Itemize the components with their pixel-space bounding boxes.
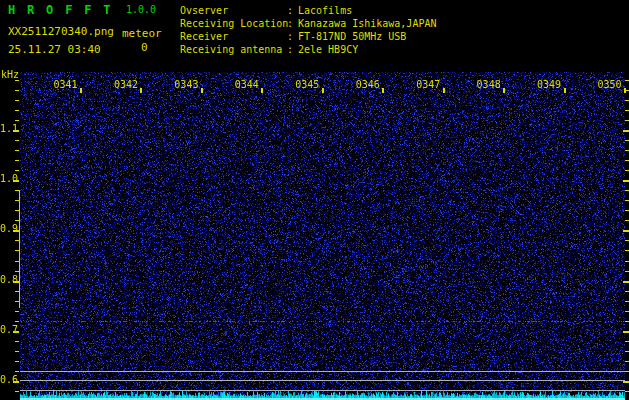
time-axis-label: 0348 bbox=[477, 79, 501, 90]
freq-axis-label: 1.0 bbox=[0, 173, 13, 184]
axis-tick bbox=[625, 120, 629, 121]
axis-tick bbox=[625, 220, 629, 221]
info-row-antenna: Receiving antenna : 2ele HB9CY bbox=[180, 43, 436, 56]
axis-tick bbox=[15, 341, 19, 342]
info-label: Receiver bbox=[180, 31, 287, 42]
info-row-receiver: Receiver : FT-817ND 50MHz USB bbox=[180, 30, 436, 43]
axis-tick bbox=[625, 371, 629, 372]
axis-tick bbox=[15, 351, 19, 352]
info-value: 2ele HB9CY bbox=[298, 44, 358, 55]
axis-tick bbox=[625, 200, 629, 201]
count-range-marker bbox=[19, 190, 20, 308]
freq-axis-label: 0.6 bbox=[0, 374, 13, 385]
info-value: Lacofilms bbox=[298, 5, 352, 16]
app-version: 1.0.0 bbox=[126, 5, 156, 15]
axis-tick bbox=[503, 88, 505, 93]
axis-tick bbox=[623, 230, 629, 232]
app-title: H R O F F T bbox=[8, 4, 113, 16]
axis-tick bbox=[624, 88, 626, 93]
info-separator: : bbox=[287, 44, 298, 55]
axis-tick bbox=[625, 150, 629, 151]
axis-tick bbox=[623, 381, 629, 383]
info-label: Receiving Location bbox=[180, 18, 287, 29]
axis-tick bbox=[625, 100, 629, 101]
freq-axis-label: 0.9 bbox=[0, 223, 13, 234]
info-label: Ovserver bbox=[180, 5, 287, 16]
spectrogram-canvas bbox=[20, 72, 625, 400]
axis-tick bbox=[15, 140, 19, 141]
axis-tick bbox=[625, 250, 629, 251]
axis-tick bbox=[15, 120, 19, 121]
axis-tick bbox=[625, 110, 629, 111]
axis-tick bbox=[140, 88, 142, 93]
axis-tick bbox=[625, 311, 629, 312]
axis-tick bbox=[15, 100, 19, 101]
axis-tick bbox=[15, 371, 19, 372]
axis-tick bbox=[15, 391, 19, 392]
time-axis-label: 0349 bbox=[537, 79, 561, 90]
freq-axis-label: 1.1 bbox=[0, 123, 13, 134]
meteor-mode-label: meteor bbox=[122, 28, 162, 39]
axis-tick bbox=[625, 351, 629, 352]
time-axis-label: 0350 bbox=[598, 79, 622, 90]
axis-tick bbox=[15, 90, 19, 91]
axis-tick bbox=[625, 80, 629, 81]
station-info: Ovserver : Lacofilms Receiving Location … bbox=[180, 4, 436, 56]
axis-tick bbox=[382, 88, 384, 93]
axis-tick bbox=[15, 311, 19, 312]
axis-tick bbox=[261, 88, 263, 93]
axis-tick bbox=[80, 88, 82, 93]
axis-tick bbox=[623, 281, 629, 283]
time-axis-label: 0346 bbox=[356, 79, 380, 90]
axis-tick bbox=[322, 88, 324, 93]
axis-tick bbox=[625, 391, 629, 392]
axis-tick bbox=[443, 88, 445, 93]
axis-tick bbox=[15, 150, 19, 151]
axis-tick bbox=[625, 190, 629, 191]
hrofft-window: H R O F F T 1.0.0 XX2511270340.png meteo… bbox=[0, 0, 629, 400]
axis-tick bbox=[625, 301, 629, 302]
axis-tick bbox=[625, 170, 629, 171]
time-axis-label: 0344 bbox=[235, 79, 259, 90]
axis-tick bbox=[15, 170, 19, 171]
axis-tick bbox=[625, 140, 629, 141]
freq-axis-label: 0.7 bbox=[0, 324, 13, 335]
axis-tick bbox=[625, 271, 629, 272]
axis-tick bbox=[15, 160, 19, 161]
info-label: Receiving antenna bbox=[180, 44, 287, 55]
axis-tick bbox=[625, 160, 629, 161]
info-separator: : bbox=[287, 31, 298, 42]
axis-tick bbox=[564, 88, 566, 93]
axis-tick bbox=[625, 321, 629, 322]
axis-tick bbox=[625, 210, 629, 211]
time-axis-label: 0341 bbox=[53, 79, 77, 90]
time-axis-label: 0343 bbox=[174, 79, 198, 90]
axis-tick bbox=[15, 361, 19, 362]
axis-tick bbox=[625, 361, 629, 362]
output-filename: XX2511270340.png bbox=[8, 26, 114, 37]
time-axis-label: 0345 bbox=[295, 79, 319, 90]
axis-tick bbox=[623, 331, 629, 333]
info-row-location: Receiving Location : Kanazawa Ishikawa,J… bbox=[180, 17, 436, 30]
time-axis-label: 0342 bbox=[114, 79, 138, 90]
info-value: Kanazawa Ishikawa,JAPAN bbox=[298, 18, 436, 29]
axis-tick bbox=[625, 240, 629, 241]
axis-tick bbox=[623, 130, 629, 132]
freq-axis-unit-label: kHz bbox=[1, 70, 19, 80]
observation-datetime: 25.11.27 03:40 bbox=[8, 44, 101, 55]
axis-tick bbox=[623, 180, 629, 182]
info-value: FT-817ND 50MHz USB bbox=[298, 31, 406, 42]
spectrogram-plot bbox=[20, 72, 625, 400]
meteor-echo-count: 0 bbox=[141, 42, 148, 53]
freq-axis-label: 0.8 bbox=[0, 274, 13, 285]
time-axis-label: 0347 bbox=[416, 79, 440, 90]
info-row-observer: Ovserver : Lacofilms bbox=[180, 4, 436, 17]
info-separator: : bbox=[287, 18, 298, 29]
axis-tick bbox=[625, 291, 629, 292]
axis-tick bbox=[201, 88, 203, 93]
axis-tick bbox=[15, 321, 19, 322]
axis-tick bbox=[625, 341, 629, 342]
info-separator: : bbox=[287, 5, 298, 16]
axis-tick bbox=[625, 261, 629, 262]
axis-tick bbox=[15, 110, 19, 111]
